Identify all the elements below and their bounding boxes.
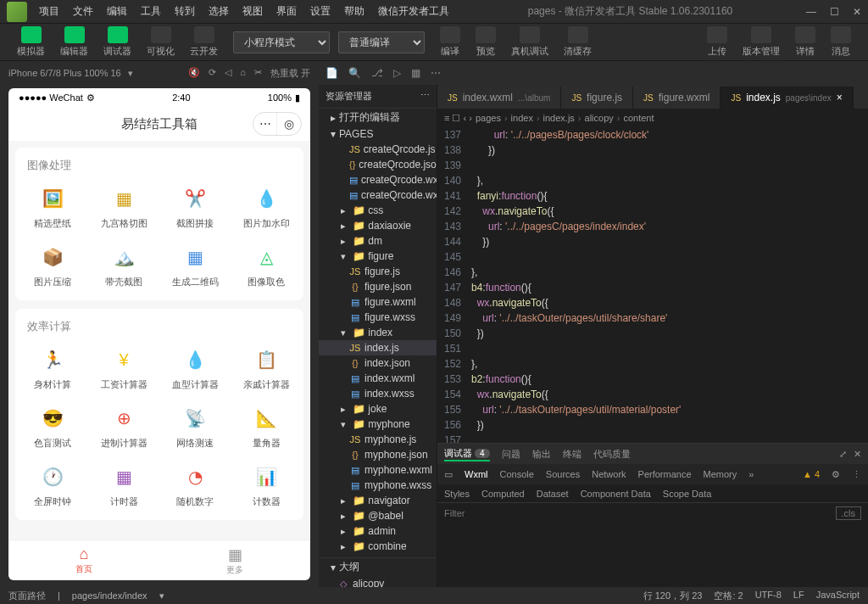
devtool-Network[interactable]: Network bbox=[592, 469, 626, 479]
folder-@babel[interactable]: ▸ 📁 @babel bbox=[319, 508, 437, 523]
tool-工资计算器[interactable]: ¥工资计算器 bbox=[90, 341, 158, 396]
close-icon[interactable]: ✕ bbox=[853, 6, 861, 18]
styles-Component Data[interactable]: Component Data bbox=[581, 489, 651, 499]
menu-编辑[interactable]: 编辑 bbox=[102, 3, 132, 20]
file-index.js[interactable]: JS index.js bbox=[319, 340, 437, 355]
explorer-more-icon[interactable]: ⋯ bbox=[420, 90, 430, 103]
devtool-Wxml[interactable]: Wxml bbox=[465, 469, 488, 479]
editor-tab-figure.wxml[interactable]: JSfigure.wxml bbox=[633, 87, 721, 109]
folder-figure[interactable]: ▾ 📁 figure bbox=[319, 249, 437, 264]
tabbar-首页[interactable]: ⌂首页 bbox=[8, 540, 159, 580]
styles-Dataset[interactable]: Dataset bbox=[537, 489, 569, 499]
tb-编辑器[interactable]: 编辑器 bbox=[53, 25, 95, 59]
tool-图片加水印[interactable]: 💧图片加水印 bbox=[232, 180, 300, 235]
menu-视图[interactable]: 视图 bbox=[237, 3, 268, 20]
tool-生成二维码[interactable]: ▦生成二维码 bbox=[161, 238, 229, 294]
dbg-tab-终端[interactable]: 终端 bbox=[563, 448, 581, 461]
open-editors[interactable]: ▸ 打开的编辑器 bbox=[319, 109, 437, 126]
menu-工具[interactable]: 工具 bbox=[136, 3, 166, 20]
capsule-close-icon[interactable]: ◎ bbox=[277, 113, 301, 135]
mute-icon[interactable]: 🔇 bbox=[188, 67, 200, 80]
style-filter[interactable]: Filter bbox=[444, 508, 465, 518]
folder-daxiaoxie[interactable]: ▸ 📁 daxiaoxie bbox=[319, 218, 437, 233]
tb-编译[interactable]: 编译 bbox=[433, 25, 467, 59]
devtool-Sources[interactable]: Sources bbox=[546, 469, 580, 479]
compile-select[interactable]: 普通编译 bbox=[338, 31, 425, 53]
outline-alicopy[interactable]: ◇ alicopy bbox=[319, 576, 437, 587]
styles-Computed[interactable]: Computed bbox=[481, 489, 525, 499]
tool-色盲测试[interactable]: 😎色盲测试 bbox=[19, 400, 86, 455]
dbg-tab-输出[interactable]: 输出 bbox=[532, 448, 551, 461]
tool-进制计算器[interactable]: ⊕进制计算器 bbox=[90, 400, 158, 455]
tb-真机调试[interactable]: 真机调试 bbox=[504, 25, 555, 59]
file-createQrcode.wxss[interactable]: ▤ createQrcode.wxss bbox=[319, 187, 437, 203]
explorer-icon[interactable]: 📄 bbox=[326, 67, 338, 79]
folder-admin[interactable]: ▸ 📁 admin bbox=[319, 523, 437, 539]
file-createQrcode.wxml[interactable]: ▤ createQrcode.wxml bbox=[319, 172, 437, 187]
capsule-menu-icon[interactable]: ⋯ bbox=[253, 113, 277, 135]
debug-icon[interactable]: ▷ bbox=[393, 67, 401, 79]
menu-转到[interactable]: 转到 bbox=[170, 3, 200, 20]
file-figure.wxss[interactable]: ▤ figure.wxss bbox=[319, 310, 437, 325]
inspect-icon[interactable]: ▭ bbox=[444, 469, 453, 480]
tb-详情[interactable]: 详情 bbox=[788, 25, 822, 59]
rotate-icon[interactable]: ⟳ bbox=[209, 67, 216, 80]
file-myphone.wxss[interactable]: ▤ myphone.wxss bbox=[319, 478, 437, 493]
devtool-Console[interactable]: Console bbox=[500, 469, 534, 479]
menu-帮助[interactable]: 帮助 bbox=[339, 3, 370, 20]
tool-网络测速[interactable]: 📡网络测速 bbox=[161, 400, 229, 455]
search-icon[interactable]: 🔍 bbox=[348, 67, 361, 79]
devtool-Performance[interactable]: Performance bbox=[638, 469, 692, 479]
tb-消息[interactable]: 消息 bbox=[824, 25, 858, 59]
editor-tab-index.js[interactable]: JSindex.js pages\index × bbox=[721, 87, 853, 109]
maximize-icon[interactable]: ☐ bbox=[830, 6, 839, 18]
tb-调试器[interactable]: 调试器 bbox=[97, 25, 138, 59]
tool-全屏时钟[interactable]: 🕐全屏时钟 bbox=[19, 458, 86, 513]
tool-图片压缩[interactable]: 📦图片压缩 bbox=[19, 238, 86, 294]
file-myphone.json[interactable]: {} myphone.json bbox=[319, 447, 437, 462]
git-icon[interactable]: ⎇ bbox=[371, 67, 383, 79]
dbg-tab-代码质量[interactable]: 代码质量 bbox=[593, 448, 631, 461]
menu-界面[interactable]: 界面 bbox=[271, 3, 302, 20]
file-myphone.js[interactable]: JS myphone.js bbox=[319, 432, 437, 447]
tool-量角器[interactable]: 📐量角器 bbox=[232, 400, 300, 455]
tool-随机数字[interactable]: ◔随机数字 bbox=[161, 458, 229, 513]
tool-带壳截图[interactable]: 🏔️带壳截图 bbox=[90, 238, 158, 294]
folder-combine[interactable]: ▸ 📁 combine bbox=[319, 539, 437, 554]
tool-截图拼接[interactable]: ✂️截图拼接 bbox=[161, 180, 229, 235]
tb-清缓存[interactable]: 清缓存 bbox=[557, 25, 598, 59]
dbg-tab-调试器[interactable]: 调试器 4 bbox=[444, 447, 490, 461]
cls-toggle[interactable]: .cls bbox=[836, 506, 862, 520]
folder-joke[interactable]: ▸ 📁 joke bbox=[319, 401, 437, 417]
file-index.wxss[interactable]: ▤ index.wxss bbox=[319, 386, 437, 401]
back-icon[interactable]: ◁ bbox=[225, 67, 231, 80]
folder-navigator[interactable]: ▸ 📁 navigator bbox=[319, 493, 437, 508]
tool-计时器[interactable]: ▦计时器 bbox=[90, 458, 158, 513]
menu-项目[interactable]: 项目 bbox=[34, 3, 64, 20]
tool-身材计算[interactable]: 🏃身材计算 bbox=[19, 341, 86, 396]
tabbar-更多[interactable]: ▦更多 bbox=[159, 540, 310, 580]
gear-icon[interactable]: ⚙ bbox=[832, 469, 840, 480]
mode-select[interactable]: 小程序模式 bbox=[233, 31, 330, 53]
file-figure.wxml[interactable]: ▤ figure.wxml bbox=[319, 294, 437, 310]
file-figure.json[interactable]: {} figure.json bbox=[319, 279, 437, 294]
tool-九宫格切图[interactable]: ▦九宫格切图 bbox=[90, 180, 158, 235]
file-myphone.wxml[interactable]: ▤ myphone.wxml bbox=[319, 462, 437, 478]
device-label[interactable]: iPhone 6/7/8 Plus 100% 16 bbox=[8, 68, 121, 78]
tab-close-icon[interactable]: × bbox=[837, 92, 843, 103]
folder-css[interactable]: ▸ 📁 css bbox=[319, 203, 437, 218]
tb-可视化[interactable]: 可视化 bbox=[140, 25, 181, 59]
editor-tab-figure.js[interactable]: JSfigure.js bbox=[561, 87, 633, 109]
dbg-close-icon[interactable]: ✕ bbox=[854, 449, 861, 460]
tb-预览[interactable]: 预览 bbox=[469, 25, 503, 59]
cut-icon[interactable]: ✂ bbox=[254, 67, 262, 80]
menu-设置[interactable]: 设置 bbox=[305, 3, 336, 20]
editor-tab-index.wxml[interactable]: JSindex.wxml ...\album bbox=[437, 87, 561, 109]
folder-myphone[interactable]: ▾ 📁 myphone bbox=[319, 417, 437, 432]
tool-血型计算器[interactable]: 💧血型计算器 bbox=[161, 341, 229, 396]
menu-选择[interactable]: 选择 bbox=[203, 3, 234, 20]
folder-dm[interactable]: ▸ 📁 dm bbox=[319, 233, 437, 249]
tool-计数器[interactable]: 📊计数器 bbox=[232, 458, 300, 513]
tb-模拟器[interactable]: 模拟器 bbox=[10, 25, 52, 59]
menu-文件[interactable]: 文件 bbox=[68, 3, 98, 20]
